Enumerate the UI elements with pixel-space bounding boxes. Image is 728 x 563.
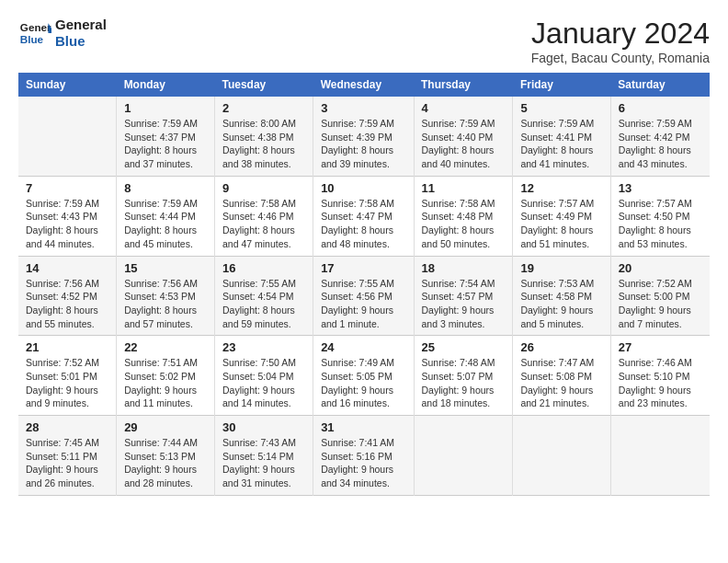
day-number: 30 [222,420,305,434]
calendar-cell: 3Sunrise: 7:59 AMSunset: 4:39 PMDaylight… [313,97,414,176]
calendar-cell: 5Sunrise: 7:59 AMSunset: 4:41 PMDaylight… [513,97,610,176]
day-info: Sunrise: 7:56 AMSunset: 4:52 PMDaylight:… [26,277,108,331]
day-number: 31 [321,420,405,434]
day-number: 7 [26,181,108,195]
page-title: January 2024 [531,17,710,51]
calendar-cell: 24Sunrise: 7:49 AMSunset: 5:05 PMDayligh… [313,336,414,416]
calendar-cell: 26Sunrise: 7:47 AMSunset: 5:08 PMDayligh… [513,336,610,416]
calendar-cell: 31Sunrise: 7:41 AMSunset: 5:16 PMDayligh… [313,416,414,496]
calendar-cell [610,416,710,496]
day-info: Sunrise: 7:55 AMSunset: 4:54 PMDaylight:… [222,277,305,331]
day-info: Sunrise: 7:41 AMSunset: 5:16 PMDaylight:… [321,436,405,490]
day-number: 26 [520,340,602,354]
day-number: 4 [422,101,506,115]
day-info: Sunrise: 7:59 AMSunset: 4:39 PMDaylight:… [321,117,405,171]
calendar-cell: 27Sunrise: 7:46 AMSunset: 5:10 PMDayligh… [610,336,710,416]
day-number: 9 [222,181,305,195]
calendar-cell: 10Sunrise: 7:58 AMSunset: 4:47 PMDayligh… [313,176,414,256]
day-info: Sunrise: 8:00 AMSunset: 4:38 PMDaylight:… [222,117,305,171]
calendar-cell: 11Sunrise: 7:58 AMSunset: 4:48 PMDayligh… [414,176,513,256]
page-header: General Blue General Blue January 2024 F… [18,17,710,65]
day-number: 3 [321,101,405,115]
title-block: January 2024 Faget, Bacau County, Romani… [531,17,710,65]
calendar-week-row: 21Sunrise: 7:52 AMSunset: 5:01 PMDayligh… [18,336,710,416]
day-info: Sunrise: 7:48 AMSunset: 5:07 PMDaylight:… [422,356,506,410]
day-number: 8 [124,181,207,195]
day-info: Sunrise: 7:59 AMSunset: 4:44 PMDaylight:… [124,197,207,251]
day-info: Sunrise: 7:46 AMSunset: 5:10 PMDaylight:… [619,356,702,410]
day-info: Sunrise: 7:45 AMSunset: 5:11 PMDaylight:… [26,436,108,490]
svg-text:General: General [20,21,51,33]
day-info: Sunrise: 7:57 AMSunset: 4:49 PMDaylight:… [520,197,602,251]
calendar-cell: 25Sunrise: 7:48 AMSunset: 5:07 PMDayligh… [414,336,513,416]
calendar-cell: 1Sunrise: 7:59 AMSunset: 4:37 PMDaylight… [117,97,215,176]
calendar-cell [513,416,610,496]
calendar-cell: 29Sunrise: 7:44 AMSunset: 5:13 PMDayligh… [117,416,215,496]
calendar-cell: 21Sunrise: 7:52 AMSunset: 5:01 PMDayligh… [18,336,117,416]
logo-blue: Blue [55,33,107,50]
day-number: 24 [321,340,405,354]
calendar-cell [414,416,513,496]
header-wednesday: Wednesday [313,73,414,97]
day-info: Sunrise: 7:53 AMSunset: 4:58 PMDaylight:… [520,277,602,331]
calendar-cell: 12Sunrise: 7:57 AMSunset: 4:49 PMDayligh… [513,176,610,256]
calendar-cell: 28Sunrise: 7:45 AMSunset: 5:11 PMDayligh… [18,416,117,496]
logo: General Blue General Blue [18,17,107,50]
day-info: Sunrise: 7:44 AMSunset: 5:13 PMDaylight:… [124,436,207,490]
day-info: Sunrise: 7:59 AMSunset: 4:43 PMDaylight:… [26,197,108,251]
day-info: Sunrise: 7:52 AMSunset: 5:00 PMDaylight:… [619,277,702,331]
calendar-cell [18,97,117,176]
calendar-cell: 17Sunrise: 7:55 AMSunset: 4:56 PMDayligh… [313,256,414,336]
day-number: 25 [422,340,506,354]
day-info: Sunrise: 7:54 AMSunset: 4:57 PMDaylight:… [422,277,506,331]
day-info: Sunrise: 7:51 AMSunset: 5:02 PMDaylight:… [124,356,207,410]
day-info: Sunrise: 7:47 AMSunset: 5:08 PMDaylight:… [520,356,602,410]
calendar-cell: 2Sunrise: 8:00 AMSunset: 4:38 PMDaylight… [214,97,313,176]
day-info: Sunrise: 7:49 AMSunset: 5:05 PMDaylight:… [321,356,405,410]
header-tuesday: Tuesday [214,73,313,97]
day-info: Sunrise: 7:52 AMSunset: 5:01 PMDaylight:… [26,356,108,410]
day-number: 27 [619,340,702,354]
calendar-cell: 18Sunrise: 7:54 AMSunset: 4:57 PMDayligh… [414,256,513,336]
day-number: 19 [520,261,602,275]
calendar-cell: 16Sunrise: 7:55 AMSunset: 4:54 PMDayligh… [214,256,313,336]
day-number: 1 [124,101,207,115]
calendar-cell: 30Sunrise: 7:43 AMSunset: 5:14 PMDayligh… [214,416,313,496]
header-friday: Friday [513,73,610,97]
calendar-week-row: 14Sunrise: 7:56 AMSunset: 4:52 PMDayligh… [18,256,710,336]
day-number: 10 [321,181,405,195]
day-number: 6 [619,101,702,115]
day-info: Sunrise: 7:59 AMSunset: 4:42 PMDaylight:… [619,117,702,171]
logo-icon: General Blue [18,17,51,50]
day-number: 23 [222,340,305,354]
calendar-cell: 20Sunrise: 7:52 AMSunset: 5:00 PMDayligh… [610,256,710,336]
day-number: 16 [222,261,305,275]
day-info: Sunrise: 7:59 AMSunset: 4:40 PMDaylight:… [422,117,506,171]
day-number: 13 [619,181,702,195]
day-info: Sunrise: 7:59 AMSunset: 4:41 PMDaylight:… [520,117,602,171]
header-saturday: Saturday [610,73,710,97]
day-info: Sunrise: 7:58 AMSunset: 4:48 PMDaylight:… [422,197,506,251]
day-number: 28 [26,420,108,434]
calendar-cell: 15Sunrise: 7:56 AMSunset: 4:53 PMDayligh… [117,256,215,336]
page-subtitle: Faget, Bacau County, Romania [531,51,710,65]
day-number: 22 [124,340,207,354]
calendar-cell: 4Sunrise: 7:59 AMSunset: 4:40 PMDaylight… [414,97,513,176]
day-number: 18 [422,261,506,275]
calendar-header-row: Sunday Monday Tuesday Wednesday Thursday… [18,73,710,97]
calendar-cell: 9Sunrise: 7:58 AMSunset: 4:46 PMDaylight… [214,176,313,256]
svg-text:Blue: Blue [20,33,44,45]
calendar-cell: 23Sunrise: 7:50 AMSunset: 5:04 PMDayligh… [214,336,313,416]
calendar-cell: 13Sunrise: 7:57 AMSunset: 4:50 PMDayligh… [610,176,710,256]
day-info: Sunrise: 7:59 AMSunset: 4:37 PMDaylight:… [124,117,207,171]
day-number: 5 [520,101,602,115]
day-number: 17 [321,261,405,275]
day-info: Sunrise: 7:43 AMSunset: 5:14 PMDaylight:… [222,436,305,490]
day-info: Sunrise: 7:57 AMSunset: 4:50 PMDaylight:… [619,197,702,251]
day-info: Sunrise: 7:58 AMSunset: 4:46 PMDaylight:… [222,197,305,251]
header-thursday: Thursday [414,73,513,97]
calendar-cell: 7Sunrise: 7:59 AMSunset: 4:43 PMDaylight… [18,176,117,256]
header-monday: Monday [117,73,215,97]
day-number: 15 [124,261,207,275]
day-info: Sunrise: 7:58 AMSunset: 4:47 PMDaylight:… [321,197,405,251]
